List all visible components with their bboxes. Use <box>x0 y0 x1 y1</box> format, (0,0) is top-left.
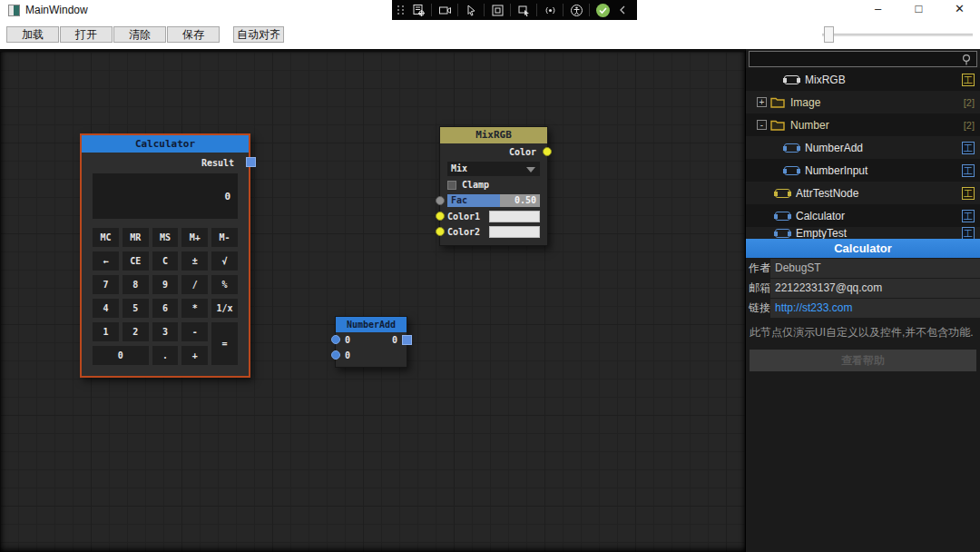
tree-item-image[interactable]: + Image [2] <box>746 91 980 113</box>
calc-key-1[interactable]: 1 <box>93 322 119 341</box>
result-output-socket[interactable] <box>246 157 256 167</box>
link-row: 链接 http://st233.com <box>746 299 980 318</box>
numberadd-node-header[interactable]: NumberAdd <box>336 317 407 332</box>
calc-key-divide[interactable]: / <box>181 275 208 294</box>
calc-key-c[interactable]: C <box>152 251 179 271</box>
calc-key-multiply[interactable]: * <box>181 299 208 318</box>
color-output-socket[interactable] <box>543 147 552 156</box>
numberadd-input1-socket[interactable] <box>331 335 340 344</box>
save-button[interactable]: 保存 <box>167 26 220 43</box>
calc-key-percent[interactable]: % <box>211 275 238 294</box>
fac-slider[interactable]: Fac 0.50 <box>447 194 540 207</box>
accessibility-icon[interactable] <box>567 1 585 19</box>
calc-key-decimal[interactable]: . <box>152 346 179 365</box>
author-row: 作者 DebugST <box>746 259 980 278</box>
clear-button[interactable]: 清除 <box>113 26 166 43</box>
mixrgb-node-header[interactable]: MixRGB <box>440 127 547 143</box>
clamp-label: Clamp <box>462 180 489 190</box>
calc-key-2[interactable]: 2 <box>122 322 149 341</box>
recorder-overlay-toolbar <box>392 0 637 20</box>
numberadd-output-socket[interactable] <box>402 335 412 345</box>
node-canvas[interactable]: Calculator Result 0 MC MR MS M+ M- ← CE … <box>0 49 746 552</box>
open-button[interactable]: 打开 <box>60 26 113 43</box>
fac-input-socket[interactable] <box>436 196 445 205</box>
tree-item-number[interactable]: - Number [2] <box>746 113 980 136</box>
calc-key-equals[interactable]: = <box>211 322 238 365</box>
help-button[interactable]: 查看帮助 <box>750 350 976 371</box>
calc-key-sqrt[interactable]: √ <box>211 251 238 271</box>
numberadd-input2-value: 0 <box>345 348 350 363</box>
calc-key-mc[interactable]: MC <box>93 228 119 247</box>
calc-key-plus[interactable]: + <box>181 346 208 365</box>
expand-icon[interactable]: + <box>757 97 767 107</box>
cursor-icon[interactable] <box>462 1 480 19</box>
node-type-icon <box>962 142 975 154</box>
mixrgb-node[interactable]: MixRGB Color Mix Clamp Fac 0 <box>439 126 548 246</box>
calculator-result-row: Result <box>82 153 249 173</box>
calc-key-8[interactable]: 8 <box>122 275 149 294</box>
tree-item-emptytest[interactable]: EmptyTest <box>746 227 980 239</box>
camera-icon[interactable] <box>436 1 454 19</box>
calc-key-reciprocal[interactable]: 1/x <box>211 299 238 318</box>
load-button[interactable]: 加载 <box>6 26 59 43</box>
count-badge: [2] <box>964 120 975 131</box>
cursor-region-icon[interactable] <box>514 1 533 19</box>
blend-mode-dropdown[interactable]: Mix <box>447 162 540 176</box>
calc-key-ce[interactable]: CE <box>122 251 149 271</box>
tree-item-attrtestnode[interactable]: AttrTestNode <box>746 182 980 204</box>
capture-list-icon[interactable] <box>409 1 427 19</box>
color1-input-socket[interactable] <box>436 212 445 221</box>
color1-label: Color1 <box>447 212 480 222</box>
calc-key-plusminus[interactable]: ± <box>181 251 208 271</box>
link-value[interactable]: http://st233.com <box>770 299 980 318</box>
color1-swatch[interactable] <box>489 211 540 222</box>
tree-item-mixrgb[interactable]: MixRGB <box>746 68 980 91</box>
color2-input-socket[interactable] <box>436 227 445 236</box>
audio-icon[interactable] <box>541 1 559 19</box>
color2-swatch[interactable] <box>489 226 540 238</box>
calc-key-backspace[interactable]: ← <box>93 251 119 271</box>
calc-key-mminus[interactable]: M- <box>211 228 238 247</box>
auto-align-button[interactable]: 自动对齐 <box>233 26 284 43</box>
calculator-node-header[interactable]: Calculator <box>82 135 249 153</box>
node-type-icon <box>962 187 975 200</box>
calc-key-mr[interactable]: MR <box>122 228 149 247</box>
numberadd-input2-socket[interactable] <box>331 350 340 360</box>
titlebar: MainWindow <box>0 0 980 20</box>
numberadd-node[interactable]: NumberAdd 0 0 0 <box>335 316 407 368</box>
region-icon[interactable] <box>488 1 506 19</box>
calc-key-minus[interactable]: - <box>181 322 208 341</box>
details-title: Calculator <box>746 239 980 258</box>
calc-key-6[interactable]: 6 <box>152 299 179 318</box>
calculator-display[interactable]: 0 <box>93 173 238 219</box>
tree-item-numberinput[interactable]: NumberInput <box>746 159 980 182</box>
drag-grip-icon[interactable] <box>397 5 405 15</box>
zoom-slider-handle[interactable] <box>824 26 834 43</box>
blend-mode-value: Mix <box>451 163 467 173</box>
calculator-node[interactable]: Calculator Result 0 MC MR MS M+ M- ← CE … <box>80 133 250 378</box>
calc-key-9[interactable]: 9 <box>152 275 179 294</box>
collapse-icon[interactable]: - <box>757 120 767 130</box>
minimize-button[interactable]: – <box>858 0 898 20</box>
record-ok-icon[interactable] <box>593 1 612 19</box>
chevron-down-icon <box>526 167 535 172</box>
collapse-overlay-icon[interactable] <box>613 1 632 19</box>
calc-key-ms[interactable]: MS <box>152 228 179 247</box>
zoom-slider-track[interactable] <box>822 34 973 36</box>
calc-key-5[interactable]: 5 <box>122 299 149 318</box>
close-button[interactable]: ✕ <box>939 0 980 20</box>
tree-item-numberadd[interactable]: NumberAdd <box>746 136 980 159</box>
search-input[interactable] <box>750 54 976 68</box>
calc-key-7[interactable]: 7 <box>93 275 119 294</box>
node-icon <box>775 229 790 238</box>
numberadd-row1: 0 0 <box>336 332 407 348</box>
node-icon <box>784 75 799 84</box>
clamp-checkbox[interactable] <box>447 181 456 190</box>
calc-key-4[interactable]: 4 <box>93 299 119 318</box>
calc-key-3[interactable]: 3 <box>152 322 179 341</box>
zoom-slider[interactable] <box>822 32 973 37</box>
calc-key-mplus[interactable]: M+ <box>181 228 208 247</box>
calc-key-0[interactable]: 0 <box>93 346 149 365</box>
tree-item-calculator[interactable]: Calculator <box>746 204 980 227</box>
maximize-button[interactable]: □ <box>898 0 939 20</box>
